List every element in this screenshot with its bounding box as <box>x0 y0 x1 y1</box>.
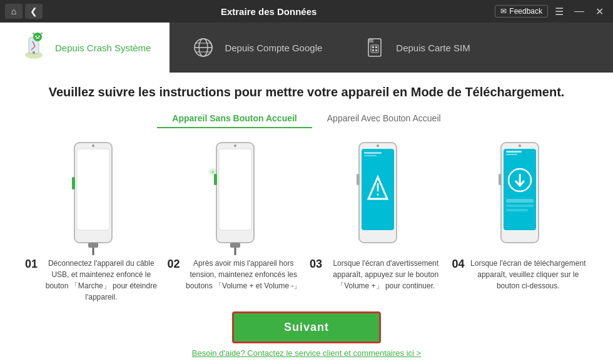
help-link[interactable]: Besoin d'aide? Contactez le service clie… <box>192 348 421 358</box>
step-3-desc-row: 03 Lorsque l'écran d'avertissement appar… <box>310 258 446 291</box>
svg-point-35 <box>234 144 236 147</box>
svg-point-37 <box>211 171 214 173</box>
svg-rect-57 <box>506 199 534 203</box>
svg-rect-52 <box>504 149 536 230</box>
step-4: 04 Lorsque l'écran de téléchargement app… <box>452 139 589 303</box>
svg-rect-31 <box>88 243 98 248</box>
tab-google[interactable]: Depuis Compte Google <box>170 23 341 73</box>
tab-bar: Depuis Crash Système Depuis Compte Googl… <box>0 23 613 73</box>
main-content: Veuillez suivre les instructions pour me… <box>0 73 613 364</box>
svg-point-8 <box>35 36 36 37</box>
svg-rect-22 <box>371 45 378 53</box>
step-2: 02 Après avoir mis l'appareil hors tensi… <box>168 139 304 303</box>
svg-rect-48 <box>364 152 382 154</box>
svg-rect-58 <box>506 205 534 207</box>
menu-button[interactable]: ☰ <box>550 4 568 19</box>
svg-rect-40 <box>230 243 240 248</box>
svg-rect-23 <box>372 46 374 48</box>
help-link-row: Besoin d'aide? Contactez le service clie… <box>25 348 588 358</box>
step-2-image <box>204 139 266 255</box>
step-3: 03 Lorsque l'écran d'avertissement appar… <box>310 139 446 303</box>
sub-tab-with-home[interactable]: Appareil Avec Bouton Accueil <box>312 109 456 128</box>
step-2-desc-row: 02 Après avoir mis l'appareil hors tensi… <box>168 258 304 291</box>
step-4-desc-row: 04 Lorsque l'écran de téléchargement app… <box>452 258 589 291</box>
home-button[interactable]: ⌂ <box>5 4 23 19</box>
window-title: Extraire des Données <box>43 6 495 17</box>
svg-point-29 <box>92 144 94 147</box>
svg-rect-24 <box>375 46 377 48</box>
feedback-button[interactable]: ✉ Feedback <box>495 5 548 18</box>
title-bar: ⌂ ❮ Extraire des Données ✉ Feedback ☰ — … <box>0 0 613 23</box>
svg-point-14 <box>41 33 43 34</box>
tab-google-label: Depuis Compte Google <box>225 43 322 53</box>
svg-rect-7 <box>34 34 41 39</box>
svg-rect-50 <box>357 174 360 185</box>
step-1-image <box>62 139 124 255</box>
svg-rect-28 <box>77 149 109 230</box>
step-1-desc-row: 01 Déconnectez l'appareil du câble USB, … <box>25 258 161 303</box>
step-3-image <box>347 139 409 255</box>
step-3-desc: Lorsque l'écran d'avertissement apparaît… <box>326 258 445 291</box>
svg-rect-26 <box>375 49 377 51</box>
svg-marker-21 <box>368 39 373 43</box>
sub-tabs: Appareil Sans Bouton Accueil Appareil Av… <box>25 109 588 128</box>
svg-rect-61 <box>499 174 502 185</box>
title-bar-left: ⌂ ❮ <box>5 4 43 19</box>
svg-rect-49 <box>364 155 377 156</box>
step-4-num: 04 <box>452 258 465 271</box>
step-2-desc: Après avoir mis l'appareil hors tension,… <box>184 258 303 291</box>
tab-crash-label: Depuis Crash Système <box>55 43 151 53</box>
back-button[interactable]: ❮ <box>25 4 43 19</box>
svg-rect-34 <box>219 149 251 230</box>
svg-point-46 <box>377 194 378 196</box>
sim-icon <box>360 33 390 63</box>
minimize-button[interactable]: — <box>570 4 588 19</box>
step-2-num: 02 <box>168 258 180 271</box>
svg-point-9 <box>38 36 39 37</box>
step-1-num: 01 <box>25 258 38 271</box>
svg-point-60 <box>519 144 521 147</box>
suivant-button[interactable]: Suivant <box>232 311 381 343</box>
step-1: 01 Déconnectez l'appareil du câble USB, … <box>25 139 161 303</box>
svg-rect-25 <box>372 49 374 51</box>
svg-rect-30 <box>72 177 75 190</box>
crash-icon <box>19 33 49 63</box>
step-3-num: 03 <box>310 258 322 271</box>
google-icon <box>188 33 218 63</box>
step-1-desc: Déconnectez l'appareil du câble USB, et … <box>41 258 161 303</box>
headline-text: Veuillez suivre les instructions pour me… <box>25 85 588 99</box>
svg-rect-10 <box>36 38 39 39</box>
svg-rect-56 <box>506 154 517 155</box>
tab-sim-label: Depuis Carte SIM <box>396 43 470 53</box>
svg-point-13 <box>33 33 34 34</box>
steps-row: 01 Déconnectez l'appareil du câble USB, … <box>25 139 588 303</box>
close-button[interactable]: ✕ <box>590 4 608 19</box>
mail-icon: ✉ <box>500 7 507 16</box>
svg-point-3 <box>33 51 35 54</box>
title-bar-right: ✉ Feedback ☰ — ✕ <box>495 4 608 19</box>
step-4-desc: Lorsque l'écran de téléchargement appara… <box>469 258 588 291</box>
svg-point-47 <box>377 144 379 147</box>
sub-tab-no-home[interactable]: Appareil Sans Bouton Accueil <box>157 109 312 128</box>
step-4-image <box>489 139 551 255</box>
svg-rect-55 <box>506 151 522 153</box>
feedback-label: Feedback <box>509 7 542 16</box>
tab-sim[interactable]: Depuis Carte SIM <box>341 23 489 73</box>
tab-crash-systeme[interactable]: Depuis Crash Système <box>0 23 170 73</box>
svg-rect-59 <box>506 209 528 211</box>
button-row: Suivant <box>25 311 588 343</box>
